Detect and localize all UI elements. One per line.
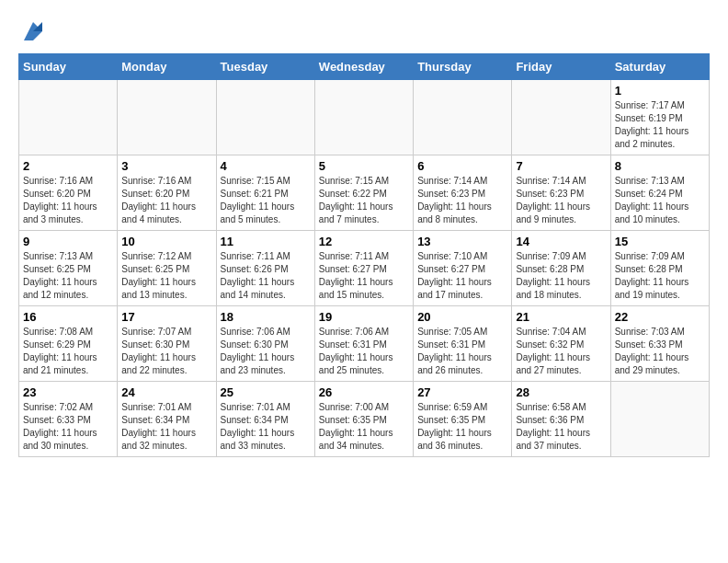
day-number: 7	[516, 159, 606, 173]
day-info: Sunrise: 7:02 AM Sunset: 6:33 PM Dayligh…	[23, 401, 113, 453]
calendar-cell: 24Sunrise: 7:01 AM Sunset: 6:34 PM Dayli…	[118, 382, 216, 457]
calendar-cell: 19Sunrise: 7:06 AM Sunset: 6:31 PM Dayli…	[314, 306, 413, 382]
day-number: 6	[417, 159, 507, 173]
calendar-cell: 26Sunrise: 7:00 AM Sunset: 6:35 PM Dayli…	[314, 382, 413, 457]
calendar-week-3: 9Sunrise: 7:13 AM Sunset: 6:25 PM Daylig…	[19, 231, 710, 306]
calendar-cell: 27Sunrise: 6:59 AM Sunset: 6:35 PM Dayli…	[414, 382, 512, 457]
calendar-cell: 16Sunrise: 7:08 AM Sunset: 6:29 PM Dayli…	[19, 306, 118, 382]
day-number: 24	[121, 385, 211, 399]
day-info: Sunrise: 7:07 AM Sunset: 6:30 PM Dayligh…	[121, 326, 211, 377]
calendar-cell	[610, 382, 709, 457]
calendar-week-4: 16Sunrise: 7:08 AM Sunset: 6:29 PM Dayli…	[19, 306, 710, 382]
calendar-cell: 13Sunrise: 7:10 AM Sunset: 6:27 PM Dayli…	[414, 231, 512, 306]
calendar-cell: 28Sunrise: 6:58 AM Sunset: 6:36 PM Dayli…	[512, 382, 610, 457]
day-info: Sunrise: 7:16 AM Sunset: 6:20 PM Dayligh…	[121, 175, 211, 226]
day-info: Sunrise: 7:17 AM Sunset: 6:19 PM Dayligh…	[615, 99, 705, 151]
day-info: Sunrise: 7:11 AM Sunset: 6:27 PM Dayligh…	[319, 250, 409, 302]
day-number: 14	[516, 235, 606, 248]
weekday-header-saturday: Saturday	[610, 54, 709, 80]
day-number: 27	[417, 385, 507, 399]
day-number: 19	[319, 310, 409, 324]
calendar-cell: 11Sunrise: 7:11 AM Sunset: 6:26 PM Dayli…	[216, 231, 314, 306]
day-info: Sunrise: 7:03 AM Sunset: 6:33 PM Dayligh…	[615, 326, 705, 377]
day-info: Sunrise: 7:01 AM Sunset: 6:34 PM Dayligh…	[121, 401, 211, 453]
calendar-cell: 20Sunrise: 7:05 AM Sunset: 6:31 PM Dayli…	[414, 306, 512, 382]
weekday-header-monday: Monday	[118, 54, 216, 80]
page-header	[18, 18, 710, 44]
calendar-cell	[512, 80, 610, 155]
day-number: 4	[221, 159, 311, 173]
day-number: 28	[516, 385, 606, 399]
day-number: 2	[23, 159, 113, 173]
day-number: 5	[319, 159, 409, 173]
day-info: Sunrise: 7:08 AM Sunset: 6:29 PM Dayligh…	[23, 326, 113, 377]
calendar-cell: 17Sunrise: 7:07 AM Sunset: 6:30 PM Dayli…	[118, 306, 216, 382]
weekday-header-sunday: Sunday	[19, 54, 118, 80]
day-number: 26	[319, 385, 409, 399]
day-number: 15	[615, 235, 705, 248]
day-number: 11	[221, 235, 311, 248]
day-number: 16	[23, 310, 113, 324]
logo	[18, 18, 46, 44]
day-number: 18	[221, 310, 311, 324]
day-number: 17	[121, 310, 211, 324]
calendar-cell: 8Sunrise: 7:13 AM Sunset: 6:24 PM Daylig…	[610, 155, 709, 231]
day-number: 1	[615, 84, 705, 98]
day-number: 9	[23, 235, 113, 248]
calendar-cell	[19, 80, 118, 155]
calendar-cell: 1Sunrise: 7:17 AM Sunset: 6:19 PM Daylig…	[610, 80, 709, 155]
calendar-table: SundayMondayTuesdayWednesdayThursdayFrid…	[18, 53, 710, 457]
weekday-header-friday: Friday	[512, 54, 610, 80]
logo-icon	[20, 18, 46, 44]
calendar-cell: 12Sunrise: 7:11 AM Sunset: 6:27 PM Dayli…	[314, 231, 413, 306]
day-number: 23	[23, 385, 113, 399]
day-info: Sunrise: 7:14 AM Sunset: 6:23 PM Dayligh…	[417, 175, 507, 226]
day-info: Sunrise: 7:04 AM Sunset: 6:32 PM Dayligh…	[516, 326, 606, 377]
day-number: 8	[615, 159, 705, 173]
calendar-cell: 15Sunrise: 7:09 AM Sunset: 6:28 PM Dayli…	[610, 231, 709, 306]
calendar-week-1: 1Sunrise: 7:17 AM Sunset: 6:19 PM Daylig…	[19, 80, 710, 155]
calendar-cell: 2Sunrise: 7:16 AM Sunset: 6:20 PM Daylig…	[19, 155, 118, 231]
day-number: 12	[319, 235, 409, 248]
calendar-cell: 14Sunrise: 7:09 AM Sunset: 6:28 PM Dayli…	[512, 231, 610, 306]
day-info: Sunrise: 7:15 AM Sunset: 6:22 PM Dayligh…	[319, 175, 409, 226]
calendar-cell: 22Sunrise: 7:03 AM Sunset: 6:33 PM Dayli…	[610, 306, 709, 382]
weekday-header-wednesday: Wednesday	[314, 54, 413, 80]
day-info: Sunrise: 7:09 AM Sunset: 6:28 PM Dayligh…	[615, 250, 705, 302]
calendar-cell: 4Sunrise: 7:15 AM Sunset: 6:21 PM Daylig…	[216, 155, 314, 231]
day-info: Sunrise: 7:06 AM Sunset: 6:30 PM Dayligh…	[221, 326, 311, 377]
calendar-cell	[118, 80, 216, 155]
calendar-cell: 21Sunrise: 7:04 AM Sunset: 6:32 PM Dayli…	[512, 306, 610, 382]
calendar-week-2: 2Sunrise: 7:16 AM Sunset: 6:20 PM Daylig…	[19, 155, 710, 231]
day-info: Sunrise: 7:00 AM Sunset: 6:35 PM Dayligh…	[319, 401, 409, 453]
day-number: 13	[417, 235, 507, 248]
day-number: 3	[121, 159, 211, 173]
day-info: Sunrise: 7:09 AM Sunset: 6:28 PM Dayligh…	[516, 250, 606, 302]
day-info: Sunrise: 7:06 AM Sunset: 6:31 PM Dayligh…	[319, 326, 409, 377]
calendar-cell: 18Sunrise: 7:06 AM Sunset: 6:30 PM Dayli…	[216, 306, 314, 382]
calendar-header-row: SundayMondayTuesdayWednesdayThursdayFrid…	[19, 54, 710, 80]
calendar-cell: 23Sunrise: 7:02 AM Sunset: 6:33 PM Dayli…	[19, 382, 118, 457]
day-info: Sunrise: 6:58 AM Sunset: 6:36 PM Dayligh…	[516, 401, 606, 453]
calendar-cell: 5Sunrise: 7:15 AM Sunset: 6:22 PM Daylig…	[314, 155, 413, 231]
calendar-cell: 9Sunrise: 7:13 AM Sunset: 6:25 PM Daylig…	[19, 231, 118, 306]
calendar-cell	[314, 80, 413, 155]
day-info: Sunrise: 7:01 AM Sunset: 6:34 PM Dayligh…	[221, 401, 311, 453]
calendar-cell: 7Sunrise: 7:14 AM Sunset: 6:23 PM Daylig…	[512, 155, 610, 231]
day-number: 10	[121, 235, 211, 248]
day-number: 20	[417, 310, 507, 324]
calendar-cell: 3Sunrise: 7:16 AM Sunset: 6:20 PM Daylig…	[118, 155, 216, 231]
calendar-cell	[216, 80, 314, 155]
day-info: Sunrise: 7:15 AM Sunset: 6:21 PM Dayligh…	[221, 175, 311, 226]
day-number: 21	[516, 310, 606, 324]
day-info: Sunrise: 7:13 AM Sunset: 6:25 PM Dayligh…	[23, 250, 113, 302]
calendar-cell: 10Sunrise: 7:12 AM Sunset: 6:25 PM Dayli…	[118, 231, 216, 306]
day-number: 22	[615, 310, 705, 324]
weekday-header-tuesday: Tuesday	[216, 54, 314, 80]
day-info: Sunrise: 7:10 AM Sunset: 6:27 PM Dayligh…	[417, 250, 507, 302]
calendar-week-5: 23Sunrise: 7:02 AM Sunset: 6:33 PM Dayli…	[19, 382, 710, 457]
day-info: Sunrise: 6:59 AM Sunset: 6:35 PM Dayligh…	[417, 401, 507, 453]
day-info: Sunrise: 7:11 AM Sunset: 6:26 PM Dayligh…	[221, 250, 311, 302]
weekday-header-thursday: Thursday	[414, 54, 512, 80]
calendar-cell: 6Sunrise: 7:14 AM Sunset: 6:23 PM Daylig…	[414, 155, 512, 231]
